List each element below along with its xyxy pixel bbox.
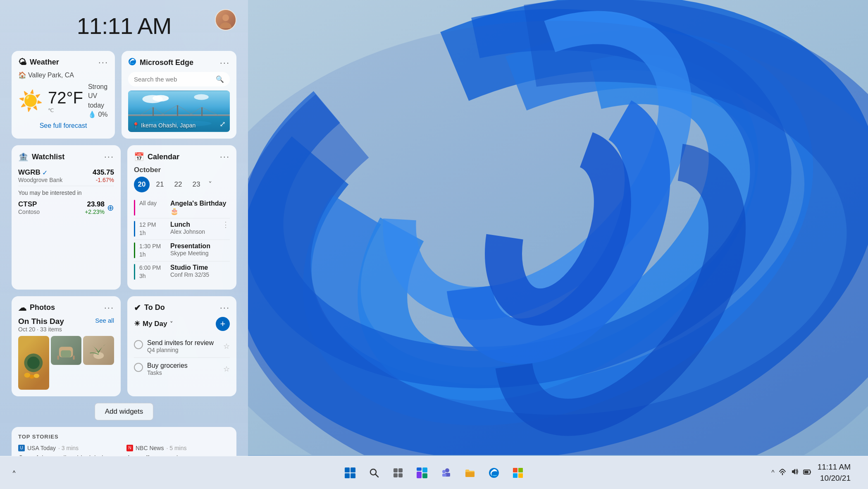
cal-event-studio-subtitle: Conf Rm 32/35 [170, 271, 209, 278]
calendar-day-22[interactable]: 22 [170, 177, 186, 192]
todo-item-review-checkbox[interactable] [134, 340, 143, 349]
avatar-image [216, 10, 236, 30]
edge-image-display: 📍 Ikema Ohashi, Japan ⤢ [128, 91, 230, 132]
widget-row-1: 🌤 Weather ··· 🏠 Valley Park, CA ☀️ 72°F … [12, 51, 236, 139]
start-button[interactable] [339, 462, 361, 484]
todo-icon: ✔ [134, 303, 141, 313]
edge-search-input[interactable] [134, 76, 212, 83]
calendar-title-group: 📅 Calendar [134, 152, 179, 162]
svg-rect-49 [398, 468, 403, 472]
system-tray-expand[interactable]: ^ [3, 462, 25, 484]
photos-icon: ☁ [18, 303, 26, 313]
weather-more-button[interactable]: ··· [98, 58, 108, 67]
network-icon[interactable] [778, 467, 787, 478]
svg-rect-51 [398, 473, 403, 477]
calendar-day-23[interactable]: 23 [188, 177, 204, 192]
task-view-button[interactable] [387, 462, 409, 484]
story-usa-today-time: · 3 mins [58, 445, 79, 451]
temperature-display: 72°F [48, 89, 83, 107]
watchlist-header: 🏦 Watchlist ··· [18, 152, 114, 162]
todo-item-groceries-star-icon[interactable]: ☆ [223, 364, 230, 374]
volume-icon[interactable] [790, 467, 799, 478]
svg-rect-44 [345, 473, 350, 478]
widgets-button[interactable] [411, 462, 433, 484]
add-widgets-button[interactable]: Add widgets [95, 403, 154, 420]
watchlist-icon: 🏦 [18, 152, 29, 162]
forecast-link[interactable]: See full forecast [18, 122, 108, 129]
tray-expand-icon[interactable]: ^ [771, 469, 775, 477]
svg-rect-43 [351, 467, 355, 472]
svg-point-65 [782, 474, 783, 475]
stock-ctsp-symbol: CTSP [18, 200, 40, 209]
story-nbc-news-source: N NBC News · 5 mins [126, 445, 230, 451]
todo-more-button[interactable]: ··· [220, 303, 230, 312]
edge-location-label: 📍 Ikema Ohashi, Japan [132, 122, 196, 129]
svg-rect-21 [153, 107, 154, 116]
photo-thumbnail-1[interactable] [18, 336, 49, 390]
todo-item-groceries-left: Buy groceries Tasks [134, 362, 188, 376]
weather-widget: 🌤 Weather ··· 🏠 Valley Park, CA ☀️ 72°F … [12, 51, 115, 139]
calendar-month: October [134, 166, 230, 174]
taskbar-datetime[interactable]: 11:11 AM 10/20/21 [818, 462, 851, 484]
store-button[interactable] [507, 462, 529, 484]
stock-price-group: 435.75 -1.67% [93, 168, 114, 183]
story-item-nbc-news[interactable]: N NBC News · 5 mins Are coffee naps the … [126, 445, 230, 456]
edge-more-button[interactable]: ··· [220, 58, 230, 67]
stock-ctsp-price-value: 23.98 [85, 200, 105, 209]
watchlist-widget: 🏦 Watchlist ··· WGRB ✓ Woodgrove Bank 43… [12, 145, 121, 290]
cal-event-studio: 6:00 PM3h Studio Time Conf Rm 32/35 [134, 261, 230, 283]
add-stock-icon[interactable]: ⊕ [107, 203, 114, 213]
cal-event-birthday: All day Angela's Birthday 🎂 [134, 197, 230, 218]
calendar-more-days-icon[interactable]: ˅ [208, 180, 212, 189]
taskbar-center-area [339, 462, 529, 484]
photos-see-all-link[interactable]: See all [95, 317, 114, 324]
edge-expand-icon[interactable]: ⤢ [219, 120, 226, 129]
stock-symbol: WGRB [18, 168, 41, 177]
calendar-icon: 📅 [134, 152, 144, 162]
search-button[interactable] [363, 462, 385, 484]
weather-main-info: ☀️ 72°F ℃ Strong UV today 💧 0% [18, 82, 108, 120]
cal-event-presentation-info: Presentation Skype Meeting [170, 242, 210, 256]
teams-button[interactable] [435, 462, 457, 484]
user-avatar[interactable] [215, 9, 236, 31]
todo-add-button[interactable]: + [216, 317, 230, 331]
todo-item-groceries-info: Buy groceries Tasks [147, 362, 188, 376]
nbc-news-logo-icon: N [126, 445, 133, 451]
calendar-more-button[interactable]: ··· [220, 152, 230, 161]
edge-taskbar-icon [488, 467, 500, 479]
taskbar-left-area: ^ [0, 462, 25, 484]
edge-taskbar-button[interactable] [483, 462, 505, 484]
svg-rect-54 [417, 472, 422, 478]
weather-location: 🏠 Valley Park, CA [18, 71, 108, 79]
todo-myday-label-group: ☀ My Day ˅ [134, 319, 173, 328]
usa-today-logo-icon: U [18, 445, 25, 451]
teams-icon [440, 467, 452, 479]
task-view-icon [393, 467, 403, 478]
sun-icon: ☀️ [18, 89, 43, 113]
stock-ctsp-change-value: +2.23% [85, 209, 105, 215]
todo-item-review-star-icon[interactable]: ☆ [223, 342, 230, 351]
todo-item-review-info: Send invites for review Q4 planning [147, 339, 214, 353]
calendar-day-20[interactable]: 20 [134, 177, 150, 192]
photos-more-button[interactable]: ··· [104, 303, 114, 312]
photo-thumbnail-3[interactable] [83, 336, 114, 365]
todo-item-groceries-checkbox[interactable] [134, 363, 143, 372]
edge-search-box[interactable]: 🔍 [128, 72, 230, 86]
svg-point-17 [153, 95, 169, 102]
todo-item-review-text: Send invites for review [147, 339, 214, 347]
chevron-down-icon[interactable]: ˅ [170, 321, 173, 327]
stock-price-value: 435.75 [93, 168, 114, 177]
svg-rect-55 [422, 473, 427, 478]
cal-event-bar-lunch [134, 221, 135, 237]
stock-ctsp-price-col: 23.98 +2.23% [85, 200, 105, 215]
calendar-day-21[interactable]: 21 [152, 177, 168, 192]
story-usa-today-source: U USA Today · 3 mins [18, 445, 122, 451]
file-explorer-button[interactable] [459, 462, 481, 484]
stock-name-group: WGRB ✓ Woodgrove Bank [18, 168, 62, 183]
story-item-usa-today[interactable]: U USA Today · 3 mins One of the smallest… [18, 445, 122, 456]
watchlist-more-button[interactable]: ··· [104, 152, 114, 161]
cal-event-presentation-subtitle: Skype Meeting [170, 250, 210, 256]
battery-icon[interactable] [803, 467, 812, 478]
weather-title-text: Weather [30, 58, 59, 67]
photo-thumbnail-2[interactable] [51, 336, 82, 365]
